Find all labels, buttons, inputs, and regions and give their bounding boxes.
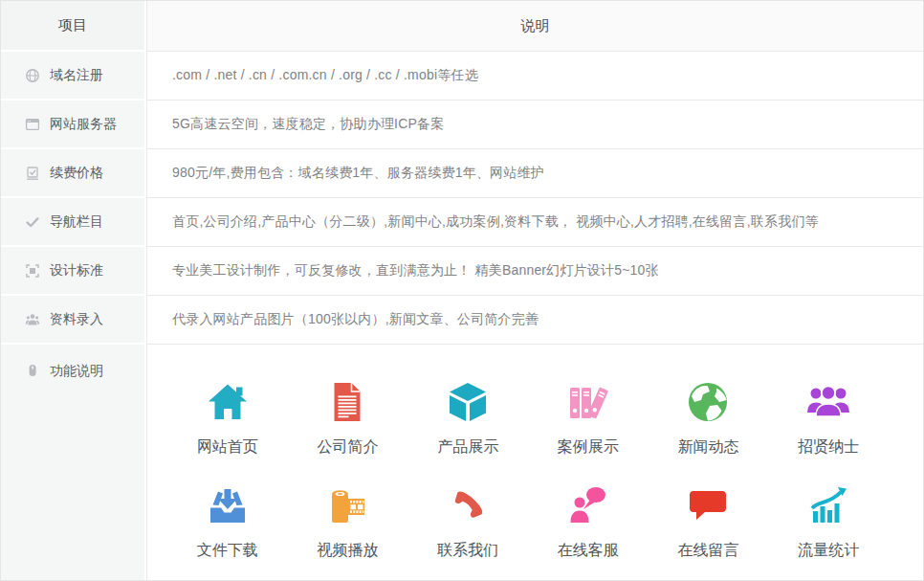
feature-label: 产品展示 [437, 437, 498, 458]
globe-outline-icon [25, 68, 40, 83]
customer-service-icon [565, 482, 611, 528]
row-label: 设计标准 [50, 262, 103, 279]
feature-label: 在线客服 [558, 541, 619, 561]
feature-downloads: 文件下载 [167, 482, 288, 561]
frame-icon [25, 263, 40, 279]
feature-online-service: 在线客服 [528, 482, 649, 561]
document-icon [324, 379, 370, 425]
row-data-entry: 资料录入 代录入网站产品图片（100张以内）,新闻文章、公司简介完善 [1, 296, 923, 345]
users-icon [25, 312, 40, 327]
feature-video: 视频播放 [288, 482, 408, 561]
row-features: 功能说明 网站首页 公司简介 [1, 345, 923, 580]
row-web-server: 网站服务器 5G高速云空间，速度稳定，协助办理ICP备案 [1, 101, 923, 149]
feature-label: 公司简介 [317, 437, 378, 458]
row-description: 首页,公司介绍,产品中心（分二级）,新闻中心,成功案例,资料下载， 视频中心,人… [172, 213, 819, 231]
feature-traffic-stats: 流量统计 [768, 482, 889, 561]
feature-contact: 联系我们 [407, 482, 528, 561]
cube-icon [445, 379, 491, 425]
table-header-row: 项目 说明 [1, 1, 923, 52]
row-label: 网站服务器 [50, 116, 117, 133]
binders-icon [565, 379, 611, 425]
feature-recruitment: 招贤纳士 [768, 379, 889, 458]
earth-icon [685, 379, 731, 425]
row-design-standard: 设计标准 专业美工设计制作，可反复修改，直到满意为止！ 精美Banner幻灯片设… [1, 247, 923, 296]
header-desc-cell: 说明 [146, 1, 923, 52]
browser-window-icon [25, 117, 40, 132]
row-description: 代录入网站产品图片（100张以内）,新闻文章、公司简介完善 [172, 311, 539, 328]
feature-products: 产品展示 [407, 379, 528, 458]
row-renewal-price: 续费价格 980元/年,费用包含：域名续费1年、服务器续费1年、网站维护 [1, 149, 923, 198]
row-domain-registration: 域名注册 .com / .net / .cn / .com.cn / .org … [1, 52, 923, 101]
row-label: 功能说明 [50, 363, 103, 380]
feature-label: 网站首页 [197, 437, 258, 458]
header-items-cell: 项目 [1, 1, 144, 52]
feature-company-profile: 公司简介 [288, 379, 408, 458]
feature-cases: 案例展示 [528, 379, 649, 458]
home-icon [205, 379, 251, 425]
feature-label: 视频播放 [317, 541, 378, 561]
desc-column-title: 说明 [521, 17, 550, 35]
feature-label: 在线留言 [677, 541, 738, 561]
row-navigation-columns: 导航栏目 首页,公司介绍,产品中心（分二级）,新闻中心,成功案例,资料下载， 视… [1, 198, 923, 247]
download-tray-icon [205, 482, 251, 528]
feature-home: 网站首页 [167, 379, 288, 458]
row-label: 导航栏目 [50, 213, 103, 231]
feature-label: 文件下载 [197, 541, 258, 561]
people-group-icon [805, 379, 851, 425]
film-reel-icon [324, 482, 370, 528]
row-description: .com / .net / .cn / .com.cn / .org / .cc… [172, 67, 478, 84]
traffic-stats-icon [805, 482, 851, 528]
feature-label: 流量统计 [798, 541, 859, 561]
row-label: 资料录入 [50, 311, 103, 328]
checkbox-icon [25, 166, 40, 181]
feature-label: 联系我们 [437, 541, 498, 561]
feature-message: 在线留言 [649, 482, 769, 561]
row-description: 980元/年,费用包含：域名续费1年、服务器续费1年、网站维护 [172, 165, 544, 182]
row-description: 专业美工设计制作，可反复修改，直到满意为止！ 精美Banner幻灯片设计5~10… [172, 262, 659, 279]
feature-label: 招贤纳士 [798, 437, 859, 458]
mouse-icon [25, 363, 40, 378]
feature-grid: 网站首页 公司简介 产品展示 [147, 345, 923, 580]
feature-label: 新闻动态 [677, 437, 738, 458]
phone-icon [445, 482, 491, 528]
message-bubble-icon [685, 482, 731, 528]
feature-news: 新闻动态 [649, 379, 769, 458]
checkmark-icon [25, 214, 40, 230]
items-column-title: 项目 [58, 16, 87, 34]
service-feature-table: 项目 说明 域名注册 .com / .net / .cn / .com.cn /… [0, 0, 924, 581]
feature-label: 案例展示 [558, 437, 619, 458]
row-label: 续费价格 [50, 165, 103, 182]
row-description: 5G高速云空间，速度稳定，协助办理ICP备案 [172, 116, 444, 133]
row-label: 域名注册 [50, 67, 103, 84]
